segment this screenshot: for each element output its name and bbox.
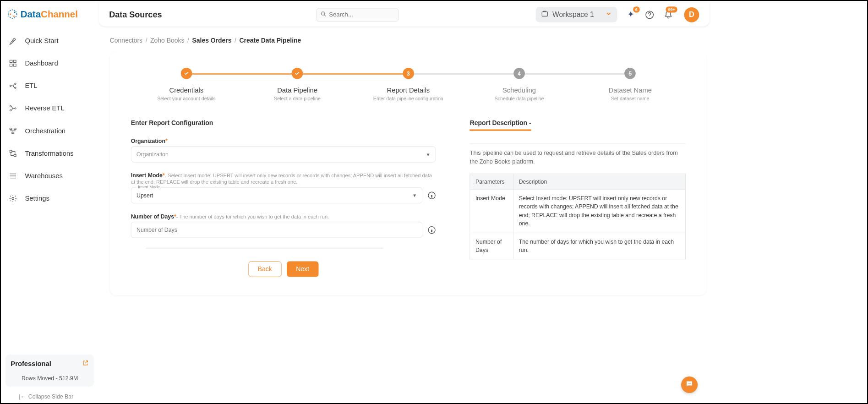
- sidebar: DataChannel Quick Start Dashboard ETL Re…: [1, 1, 97, 404]
- svg-rect-16: [12, 132, 14, 134]
- caret-down-icon: ▼: [426, 152, 431, 157]
- warehouse-icon: [8, 171, 17, 180]
- gear-icon: [8, 194, 17, 203]
- params-table: Parameters Description Insert Mode Selec…: [470, 174, 686, 259]
- svg-point-12: [10, 106, 11, 107]
- caret-down-icon: ▼: [412, 193, 417, 198]
- topbar: Data Sources Workspace 1 6 99+: [98, 2, 710, 27]
- sparkle-badge: 6: [633, 6, 640, 12]
- organization-label: Organization*: [131, 137, 436, 144]
- external-link-icon[interactable]: [82, 360, 89, 368]
- workspace-label: Workspace 1: [552, 11, 594, 19]
- workspace-icon: [541, 10, 549, 20]
- form-column: Enter Report Configuration Organization*…: [131, 120, 436, 277]
- brand-channel: Channel: [41, 9, 78, 19]
- svg-point-27: [690, 383, 691, 384]
- svg-point-0: [8, 10, 16, 18]
- search: [316, 8, 399, 22]
- numdays-label: Number of Days*- The number of days for …: [131, 213, 436, 219]
- table-header: Parameters: [470, 174, 513, 189]
- sidebar-label: Settings: [25, 195, 49, 202]
- svg-rect-17: [10, 150, 12, 153]
- sidebar-item-settings[interactable]: Settings: [5, 187, 94, 210]
- step-dataset[interactable]: 5 Dataset Name Set dataset name: [575, 68, 686, 102]
- sidebar-item-reverseetl[interactable]: Reverse ETL: [5, 97, 94, 120]
- collapse-icon: |←: [19, 393, 26, 400]
- collapse-label: Collapse Side Bar: [28, 393, 73, 400]
- svg-point-13: [10, 110, 11, 111]
- table-row: Insert Mode Select Insert mode: UPSERT w…: [470, 190, 685, 233]
- brand-icon: [7, 8, 18, 20]
- crumb-salesorders[interactable]: Sales Orders: [192, 37, 231, 44]
- bell-icon[interactable]: 99+: [663, 9, 674, 20]
- stepper: Credentials Select your account details …: [131, 68, 686, 102]
- svg-point-9: [15, 83, 16, 84]
- svg-point-3: [13, 16, 15, 17]
- svg-point-1: [10, 13, 11, 15]
- check-icon: [181, 68, 192, 79]
- avatar[interactable]: D: [684, 7, 699, 22]
- step-number: 3: [403, 68, 414, 79]
- sidebar-item-orchestration[interactable]: Orchestration: [5, 120, 94, 142]
- sidebar-item-dashboard[interactable]: Dashboard: [5, 52, 94, 75]
- collapse-sidebar[interactable]: |← Collapse Side Bar: [19, 393, 94, 400]
- back-button[interactable]: Back: [248, 261, 281, 277]
- step-number: 5: [624, 68, 636, 79]
- numdays-input-wrap: [131, 222, 423, 238]
- step-credentials[interactable]: Credentials Select your account details: [131, 68, 242, 102]
- svg-rect-14: [10, 128, 12, 130]
- sparkle-icon[interactable]: 6: [626, 9, 636, 20]
- brand-logo[interactable]: DataChannel: [7, 8, 94, 20]
- numdays-input[interactable]: [136, 227, 417, 233]
- svg-rect-15: [14, 128, 16, 130]
- crumb-create: Create Data Pipeline: [240, 37, 301, 44]
- svg-rect-7: [14, 64, 16, 66]
- search-input-wrap[interactable]: [316, 8, 399, 22]
- sidebar-label: Dashboard: [25, 60, 58, 67]
- page-title: Data Sources: [109, 10, 162, 19]
- sidebar-label: Reverse ETL: [25, 104, 64, 112]
- chat-fab[interactable]: [681, 377, 698, 393]
- insertmode-float: Insert Mode: [136, 185, 161, 189]
- search-input[interactable]: [329, 11, 394, 18]
- chevron-down-icon: [605, 11, 612, 19]
- crumb-connectors[interactable]: Connectors: [110, 37, 142, 44]
- main: Data Sources Workspace 1 6 99+: [97, 1, 711, 404]
- sidebar-item-quickstart[interactable]: Quick Start: [5, 29, 94, 52]
- table-header: Description: [513, 174, 686, 189]
- bell-badge: 99+: [666, 6, 677, 12]
- brand-data: Data: [21, 9, 41, 19]
- chat-icon: [685, 380, 693, 389]
- insertmode-select[interactable]: Insert Mode Upsert ▼: [131, 187, 423, 203]
- svg-point-20: [321, 11, 324, 15]
- table-row: Number of Days The number of days for wh…: [470, 233, 685, 259]
- plan-card[interactable]: Professional Rows Moved - 512.9M: [5, 355, 94, 387]
- svg-point-25: [688, 383, 689, 384]
- step-number: 4: [513, 68, 525, 79]
- organization-select[interactable]: Organization ▼: [131, 146, 436, 162]
- content-card: Credentials Select your account details …: [110, 52, 707, 295]
- help-icon[interactable]: [644, 9, 655, 20]
- sidebar-item-warehouses[interactable]: Warehouses: [5, 165, 94, 187]
- svg-point-26: [689, 383, 690, 384]
- svg-rect-21: [542, 12, 548, 16]
- search-icon: [320, 11, 327, 19]
- step-pipeline[interactable]: Data Pipeline Select a data pipeline: [242, 68, 353, 102]
- rocket-icon: [8, 36, 17, 45]
- sidebar-item-etl[interactable]: ETL: [5, 75, 94, 97]
- svg-point-8: [10, 85, 11, 87]
- info-icon[interactable]: [428, 226, 436, 234]
- step-report[interactable]: 3 Report Details Enter data pipeline con…: [353, 68, 464, 102]
- workspace-select[interactable]: Workspace 1: [536, 7, 617, 22]
- breadcrumb: Connectors/ Zoho Books/ Sales Orders/ Cr…: [97, 27, 711, 49]
- svg-rect-18: [14, 154, 16, 157]
- info-icon[interactable]: [428, 191, 436, 199]
- svg-rect-4: [10, 60, 12, 62]
- sidebar-item-transformations[interactable]: Transformations: [5, 142, 94, 164]
- next-button[interactable]: Next: [287, 261, 319, 277]
- sidebar-nav: Quick Start Dashboard ETL Reverse ETL Or…: [5, 29, 94, 354]
- step-scheduling[interactable]: 4 Scheduling Schedule data pipeline: [464, 68, 574, 102]
- desc-text: This pipeline can be used to request and…: [470, 148, 686, 166]
- crumb-zohobooks[interactable]: Zoho Books: [150, 37, 184, 44]
- sidebar-label: Orchestration: [25, 127, 66, 135]
